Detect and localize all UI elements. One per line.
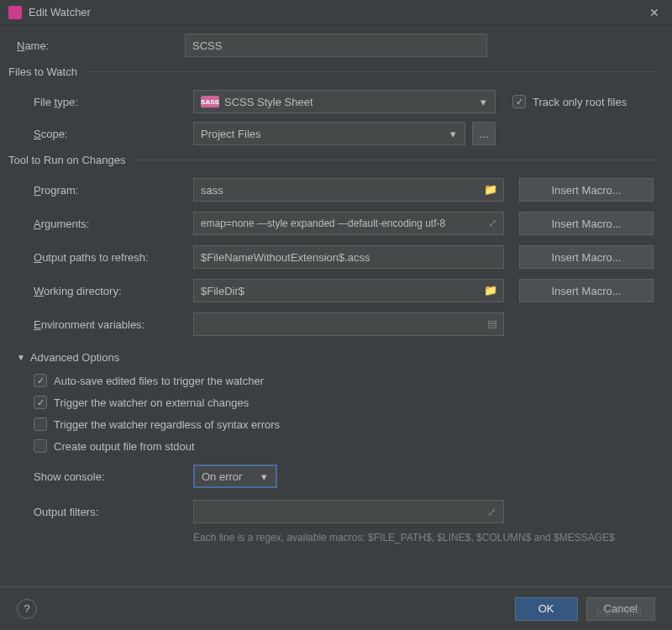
window-title: Edit Watcher [29,6,645,18]
auto-save-checkbox[interactable] [34,374,47,387]
show-console-value: On error [202,470,242,483]
folder-icon[interactable]: 📁 [484,183,497,196]
file-type-label: File type: [34,96,193,108]
arguments-input[interactable] [193,212,504,235]
track-root-checkbox[interactable] [512,95,526,108]
dialog-footer: ? OK Cancel [0,586,672,630]
external-changes-checkbox[interactable] [34,396,47,409]
caret-down-icon: ▼ [17,353,25,362]
close-icon[interactable]: ✕ [645,6,664,19]
name-label: Name: [17,39,185,52]
file-type-dropdown[interactable]: SASS SCSS Style Sheet ▾ [193,90,496,113]
scope-dropdown[interactable]: Project Files ▾ [193,122,465,145]
sass-icon: SASS [201,96,219,108]
program-macro-button[interactable]: Insert Macro... [519,178,654,202]
syntax-errors-checkbox[interactable] [34,417,47,431]
scope-value: Project Files [201,128,261,140]
advanced-options-header[interactable]: ▼ Advanced Options [17,351,655,364]
ok-button[interactable]: OK [515,597,578,621]
files-to-watch-header: Files to Watch [8,66,655,78]
stdout-label: Create output file from stdout [54,440,195,453]
working-dir-label: Working directory: [17,285,193,297]
tool-section-header: Tool to Run on Changes [8,154,655,166]
output-filters-label: Output filters: [34,506,193,518]
external-changes-label: Trigger the watcher on external changes [54,396,249,409]
program-label: Program: [17,184,193,197]
auto-save-label: Auto-save edited files to trigger the wa… [54,375,264,387]
chevron-down-icon: ▾ [480,96,486,108]
watermark: php 中文网 [596,606,642,618]
program-input[interactable] [193,178,504,202]
track-root-label: Track only root files [533,96,627,108]
folder-icon[interactable]: 📁 [484,284,497,297]
show-console-dropdown[interactable]: On error ▾ [193,465,277,488]
env-vars-input[interactable] [193,312,504,336]
chevron-down-icon: ▾ [261,470,267,483]
output-paths-label: Output paths to refresh: [17,251,193,264]
app-icon [8,6,22,19]
output-filters-input[interactable]: ⤢ [193,500,504,523]
stdout-checkbox[interactable] [34,439,47,453]
working-dir-macro-button[interactable]: Insert Macro... [519,279,654,302]
scope-browse-button[interactable]: ... [472,122,496,145]
expand-icon[interactable]: ⤢ [488,217,497,229]
syntax-errors-label: Trigger the watcher regardless of syntax… [54,418,280,431]
arguments-macro-button[interactable]: Insert Macro... [519,212,654,235]
output-paths-input[interactable] [193,245,504,269]
show-console-label: Show console: [34,470,193,483]
output-filters-hint: Each line is a regex, available macros: … [17,532,655,543]
expand-icon[interactable]: ⤢ [487,506,496,518]
titlebar: Edit Watcher ✕ [0,0,672,25]
working-dir-input[interactable] [193,279,504,302]
chevron-down-icon: ▾ [450,128,456,140]
help-button[interactable]: ? [17,599,37,619]
env-vars-label: Environment variables: [17,318,193,331]
file-type-value: SCSS Style Sheet [224,96,313,108]
output-paths-macro-button[interactable]: Insert Macro... [519,245,654,269]
scope-label: Scope: [34,128,193,140]
list-icon[interactable]: ▤ [487,318,497,330]
arguments-label: Arguments: [17,218,193,230]
name-input[interactable] [185,34,487,57]
